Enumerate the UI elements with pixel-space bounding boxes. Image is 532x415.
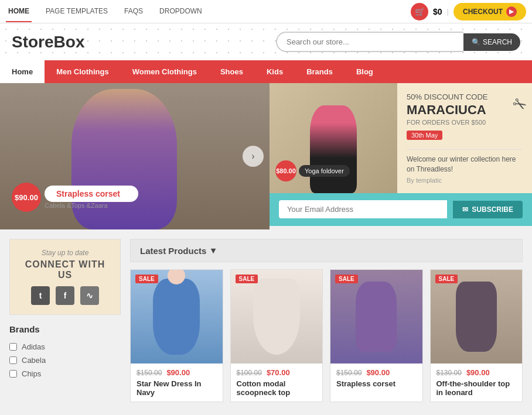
logo-part2: Box <box>54 33 85 51</box>
brand-item-cabela[interactable]: Cabela <box>9 354 121 367</box>
product-name-3: Strapless corset <box>336 379 417 388</box>
brand-checkbox-adidas[interactable] <box>9 343 17 351</box>
hero-main-badge: $90.00 Strapless corset Cabela &Tops &Za… <box>12 183 138 212</box>
checkout-button[interactable]: CHECKOUT ▶ <box>453 3 526 20</box>
promo-divider <box>407 149 523 150</box>
product-prices-1: $150.00 $90.00 <box>137 368 217 377</box>
product-figure-1 <box>153 279 200 355</box>
nav-brands[interactable]: Brands <box>295 60 345 83</box>
product-new-price-3: $90.00 <box>366 368 390 377</box>
shopping-cart-icon: 🛒 <box>415 7 425 16</box>
sale-badge-2: SALE <box>236 275 258 283</box>
main-nav: Home Men Clothings Women Clothings Shoes… <box>0 60 532 83</box>
product-card-3[interactable]: SALE $150.00 $90.00 Strapless corset <box>330 269 423 402</box>
nav-kids[interactable]: Kids <box>255 60 295 83</box>
product-figure-3 <box>356 282 397 352</box>
product-image-2: SALE <box>231 270 323 363</box>
promo-badge: 30th May <box>407 131 442 140</box>
hero-main-price: $90.00 <box>12 183 41 212</box>
sale-badge-4: SALE <box>435 275 458 283</box>
brand-checkbox-chips[interactable] <box>9 370 17 378</box>
products-grid: SALE $150.00 $90.00 Star New Dress In Na… <box>130 269 523 402</box>
header: StoreBox 🔍 SEARCH <box>0 23 532 60</box>
logo: StoreBox <box>12 33 84 52</box>
hero-small-badge: $80.00 Yoga foldover <box>275 160 350 181</box>
nav-men-clothings[interactable]: Men Clothings <box>45 60 121 83</box>
latest-products-title: Latest Products <box>140 246 206 256</box>
subscribe-button[interactable]: ✉ SUBSCRIBE <box>453 201 523 218</box>
envelope-icon: ✉ <box>462 205 468 214</box>
hero-small-product-name: Yoga foldover <box>299 165 350 177</box>
brand-label-adidas: Adidas <box>22 342 45 351</box>
product-card-2[interactable]: SALE $100.00 $70.00 Cotton modal scoopne… <box>230 269 323 402</box>
promo-code: MARACIUCA <box>407 102 523 118</box>
nav-women-clothings[interactable]: Women Clothings <box>121 60 209 83</box>
hero-right-column: $80.00 Yoga foldover ✂ 50% DISCOUNT CODE… <box>270 83 532 229</box>
rss-icon[interactable]: ∿ <box>80 286 99 305</box>
content-area: Stay up to date CONNECT WITH US t f ∿ Br… <box>0 229 532 411</box>
product-figure-2 <box>253 279 300 355</box>
topnav-dropdown[interactable]: DROPDOWN <box>157 1 204 22</box>
twitter-icon[interactable]: t <box>31 286 50 305</box>
hero-main-product-tags: Cabela &Tops &Zaara <box>45 202 138 209</box>
promo-by: By templatic <box>407 177 523 184</box>
product-name-1: Star New Dress In Navy <box>137 379 217 397</box>
connect-title: CONNECT WITH US <box>19 259 111 280</box>
hero-main-panel: $90.00 Strapless corset Cabela &Tops &Za… <box>0 83 270 229</box>
subscribe-label: SUBSCRIBE <box>472 205 513 214</box>
product-prices-2: $100.00 $70.00 <box>237 368 317 377</box>
subscribe-email-input[interactable] <box>279 200 447 218</box>
topnav-home[interactable]: HOME <box>6 1 32 22</box>
product-info-4: $130.00 $90.00 Off-the-shoulder top in l… <box>431 363 523 402</box>
search-label: SEARCH <box>483 38 512 46</box>
top-cart-area: 🛒 $0 | CHECKOUT ▶ <box>411 3 526 20</box>
product-image-4: SALE <box>431 270 523 363</box>
subscribe-row: ✉ SUBSCRIBE <box>270 193 532 226</box>
nav-blog[interactable]: Blog <box>345 60 385 83</box>
latest-products-header: Latest Products ▾ <box>130 239 523 262</box>
nav-home[interactable]: Home <box>0 60 45 83</box>
product-prices-4: $130.00 $90.00 <box>436 368 517 377</box>
product-new-price-2: $70.00 <box>267 368 290 377</box>
product-old-price-3: $150.00 <box>336 369 362 377</box>
product-card-4[interactable]: SALE $130.00 $90.00 Off-the-shoulder top… <box>430 269 523 402</box>
product-info-1: $150.00 $90.00 Star New Dress In Navy <box>131 363 223 402</box>
main-content: Latest Products ▾ SALE $150.00 $90.00 St… <box>130 239 523 402</box>
topnav-faqs[interactable]: FAQS <box>122 1 145 22</box>
search-icon: 🔍 <box>472 38 480 46</box>
logo-part1: Store <box>12 33 54 51</box>
hero-next-arrow[interactable]: › <box>243 146 264 167</box>
facebook-icon[interactable]: f <box>56 286 74 305</box>
dropdown-arrow-icon: ▾ <box>211 245 216 256</box>
nav-shoes[interactable]: Shoes <box>209 60 255 83</box>
cart-amount: $0 <box>433 7 442 16</box>
product-card-1[interactable]: SALE $150.00 $90.00 Star New Dress In Na… <box>130 269 223 402</box>
product-name-2: Cotton modal scoopneck top <box>237 379 317 397</box>
promo-condition: FOR ORDERS OVER $500 <box>407 119 523 126</box>
brand-item-adidas[interactable]: Adidas <box>9 340 121 354</box>
play-icon: ▶ <box>506 6 517 17</box>
hero-section: $90.00 Strapless corset Cabela &Tops &Za… <box>0 83 532 229</box>
product-info-2: $100.00 $70.00 Cotton modal scoopneck to… <box>231 363 323 402</box>
search-input[interactable] <box>276 32 463 52</box>
hero-promo-box: ✂ 50% DISCOUNT CODE MARACIUCA FOR ORDERS… <box>397 83 532 193</box>
brand-checkbox-cabela[interactable] <box>9 356 17 364</box>
search-button[interactable]: 🔍 SEARCH <box>463 33 520 51</box>
product-new-price-1: $90.00 <box>166 368 190 377</box>
product-figure-4 <box>456 282 497 352</box>
product-new-price-4: $90.00 <box>466 368 490 377</box>
topnav-page-templates[interactable]: PAGE TEMPLATES <box>43 1 110 22</box>
top-nav: HOME PAGE TEMPLATES FAQS DROPDOWN <box>6 1 204 22</box>
hero-right-top: $80.00 Yoga foldover ✂ 50% DISCOUNT CODE… <box>270 83 532 193</box>
promo-discount-line: 50% DISCOUNT CODE <box>407 92 523 101</box>
product-prices-3: $150.00 $90.00 <box>336 368 417 377</box>
cart-icon[interactable]: 🛒 <box>411 3 428 20</box>
product-old-price-1: $150.00 <box>137 369 162 377</box>
brand-label-cabela: Cabela <box>22 356 46 365</box>
brands-section-title: Brands <box>9 324 121 334</box>
brand-list: Adidas Cabela Chips <box>9 340 121 380</box>
checkout-label: CHECKOUT <box>463 8 503 16</box>
hero-small-price: $80.00 <box>275 160 296 181</box>
brand-item-chips[interactable]: Chips <box>9 367 121 380</box>
search-wrap: 🔍 SEARCH <box>276 32 520 52</box>
